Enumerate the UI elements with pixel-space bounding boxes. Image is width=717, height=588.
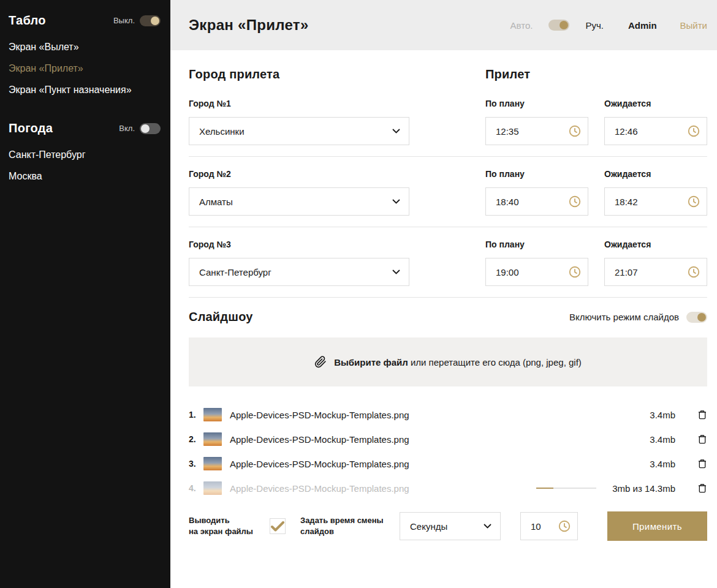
plan-2-input[interactable] — [485, 187, 588, 216]
city-1-label: Город №1 — [189, 99, 409, 108]
upload-progress-bar — [536, 488, 596, 489]
logout-link[interactable]: Выйти — [680, 20, 707, 31]
apply-button[interactable]: Применить — [607, 511, 707, 541]
plan-2-label: По плану — [485, 169, 588, 179]
trash-icon — [697, 434, 707, 445]
check-icon — [271, 521, 284, 532]
weather-toggle-knob — [141, 124, 150, 133]
slide-time-label: Задать время смены слайдов — [300, 515, 393, 537]
file-thumbnail — [203, 481, 222, 495]
file-size: 3.4mb — [650, 410, 675, 420]
weather-toggle-group: Вкл. — [119, 123, 161, 134]
expected-1-field — [604, 117, 707, 145]
interval-field — [520, 512, 578, 540]
display-files-checkbox[interactable] — [270, 518, 286, 534]
expected-2-input[interactable] — [604, 187, 707, 216]
tablo-toggle[interactable] — [140, 15, 161, 26]
file-name: Apple-Devices-PSD-Mockup-Templates.png — [230, 483, 409, 494]
delete-file-button[interactable] — [697, 458, 707, 469]
paperclip-icon — [314, 356, 327, 368]
file-row-3: 3. Apple-Devices-PSD-Mockup-Templates.pn… — [189, 451, 707, 476]
dropzone-text-rest: или перетащите его сюда (png, jpeg, gif) — [408, 357, 582, 368]
slideshow-toggle[interactable] — [686, 312, 707, 323]
file-name: Apple-Devices-PSD-Mockup-Templates.png — [230, 410, 409, 420]
sidebar-item-screen-arrival[interactable]: Экран «Прилет» — [9, 58, 161, 79]
file-thumbnail — [203, 457, 222, 470]
tablo-toggle-knob — [151, 17, 159, 25]
slideshow-title: Слайдшоу — [189, 310, 253, 324]
file-index: 3. — [189, 459, 203, 469]
expected-2-label: Ожидается — [604, 169, 707, 179]
tablo-toggle-group: Выкл. — [113, 15, 161, 26]
city-3-select[interactable]: Санкт-Петербург — [189, 258, 409, 286]
expected-2-field — [604, 187, 707, 216]
sidebar-item-screen-departure[interactable]: Экран «Вылет» — [9, 36, 161, 58]
file-dropzone[interactable]: Выбирите файл или перетащите его сюда (p… — [189, 337, 707, 386]
sidebar-title-weather: Погода — [9, 121, 53, 135]
sidebar: Табло Выкл. Экран «Вылет» Экран «Прилет»… — [0, 0, 170, 588]
delete-file-button[interactable] — [697, 483, 707, 494]
auto-mode-label: Авто. — [510, 20, 533, 31]
interval-input[interactable] — [520, 512, 578, 540]
slideshow-toggle-knob — [697, 313, 706, 322]
arrival-row-1: Город №1 По плану Ожидается Хельсинки — [189, 99, 707, 157]
display-files-label-line2: на экран файлы — [189, 526, 270, 537]
plan-1-label: По плану — [485, 99, 588, 108]
sidebar-nav-screens: Экран «Вылет» Экран «Прилет» Экран «Пунк… — [9, 36, 161, 100]
slide-time-label-line2: слайдов — [300, 526, 393, 537]
delete-file-button[interactable] — [697, 409, 707, 420]
sidebar-item-screen-destination[interactable]: Экран «Пункт назначения» — [9, 79, 161, 100]
weather-toggle[interactable] — [140, 123, 161, 134]
arrival-city-section-title: Город прилета — [189, 67, 409, 81]
trash-icon — [697, 483, 707, 494]
arrival-time-section-title: Прилет — [485, 67, 707, 81]
arrivals-column-titles: Город прилета Прилет — [189, 67, 707, 81]
slide-time-label-line1: Задать время смены — [300, 515, 393, 526]
plan-3-field — [485, 258, 588, 286]
city-2-select[interactable]: Алматы — [189, 187, 409, 216]
chevron-down-icon — [484, 524, 491, 529]
expected-1-input[interactable] — [604, 117, 707, 145]
plan-1-field — [485, 117, 588, 145]
expected-3-input[interactable] — [604, 258, 707, 286]
trash-icon — [697, 458, 707, 469]
auto-manual-toggle[interactable] — [548, 20, 569, 31]
slideshow-footer: Выводить на экран файлы Задать время сме… — [189, 511, 707, 541]
time-unit-select[interactable]: Секунды — [400, 512, 501, 540]
trash-icon — [697, 409, 707, 420]
sidebar-item-weather-spb[interactable]: Санкт-Петербург — [9, 144, 161, 165]
expected-3-field — [604, 258, 707, 286]
arrival-row-1-controls: Хельсинки — [189, 117, 707, 145]
chevron-down-icon — [392, 129, 400, 134]
sidebar-item-weather-moscow[interactable]: Москва — [9, 165, 161, 187]
sidebar-section-tablo-header: Табло Выкл. — [9, 13, 161, 28]
arrival-row-3: Город №3 По плану Ожидается Санкт-Петерб… — [189, 239, 707, 298]
file-thumbnail — [203, 408, 222, 421]
tablo-toggle-label: Выкл. — [113, 16, 135, 25]
city-3-select-value: Санкт-Петербург — [199, 267, 271, 277]
display-files-label: Выводить на экран файлы — [189, 515, 270, 537]
file-index: 2. — [189, 434, 203, 444]
header-controls: Авто. Руч. Admin Выйти — [510, 20, 707, 31]
divider — [189, 156, 707, 157]
manual-mode-label: Руч. — [585, 20, 604, 31]
city-1-select[interactable]: Хельсинки — [189, 117, 409, 145]
slideshow-toggle-label: Включить режим слайдов — [569, 312, 679, 322]
time-unit-select-value: Секунды — [410, 521, 447, 532]
file-row-2: 2. Apple-Devices-PSD-Mockup-Templates.pn… — [189, 427, 707, 451]
plan-3-label: По плану — [485, 239, 588, 249]
plan-1-input[interactable] — [485, 117, 588, 145]
content: Город прилета Прилет Город №1 По плану О… — [170, 50, 717, 541]
expected-1-label: Ожидается — [604, 99, 707, 108]
delete-file-button[interactable] — [697, 434, 707, 445]
sidebar-section-weather-header: Погода Вкл. — [9, 121, 161, 135]
file-name: Apple-Devices-PSD-Mockup-Templates.png — [230, 434, 409, 445]
weather-toggle-label: Вкл. — [119, 124, 135, 133]
arrival-row-1-labels: Город №1 По плану Ожидается — [189, 99, 707, 108]
main-area: Экран «Прилет» Авто. Руч. Admin Выйти Го… — [170, 0, 717, 588]
file-index: 4. — [189, 483, 203, 493]
arrival-row-2-controls: Алматы — [189, 187, 707, 216]
slideshow-header: Слайдшоу Включить режим слайдов — [189, 310, 707, 324]
app-window: Табло Выкл. Экран «Вылет» Экран «Прилет»… — [0, 0, 717, 588]
plan-3-input[interactable] — [485, 258, 588, 286]
